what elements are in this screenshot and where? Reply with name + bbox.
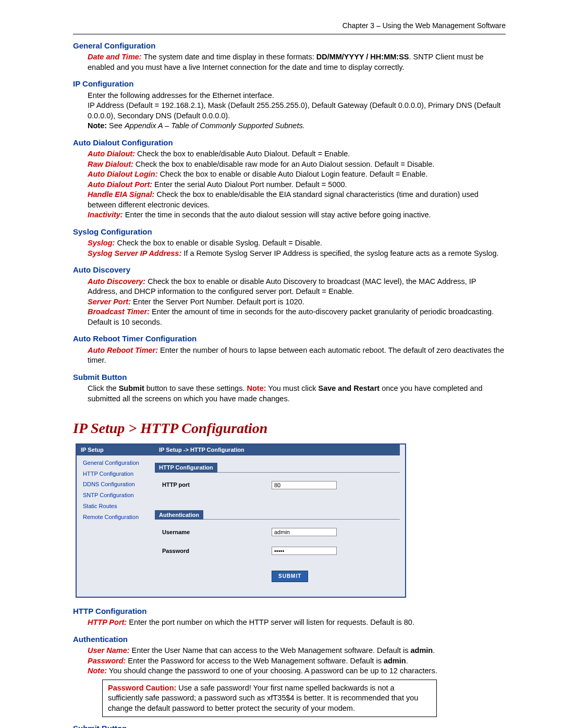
autodial-r6-text: Enter the time in seconds that the auto …	[123, 211, 431, 219]
submit1-b: button to save these settings.	[144, 384, 247, 392]
password-input[interactable]	[272, 547, 337, 555]
datetime-term: Date and Time:	[88, 53, 142, 61]
section-submit-1: Submit Button	[73, 372, 506, 382]
auth-r3-term: Note:	[88, 667, 107, 675]
auth-r1: User Name: Enter the User Name that can …	[88, 646, 506, 656]
http-port-input[interactable]	[272, 481, 337, 489]
syslog-r1-term: Syslog:	[88, 239, 115, 247]
auth-r1-term: User Name:	[88, 646, 130, 655]
autodisc-r3: Broadcast Timer: Enter the amount of tim…	[88, 307, 506, 327]
breadcrumb: IP Setup -> HTTP Configuration	[155, 445, 400, 455]
autodial-r2-text: Check the box to enable/disable raw mode…	[133, 160, 435, 168]
auth-r2: Password: Enter the Password for access …	[88, 656, 506, 667]
reboot-r1-term: Auto Reboot Timer:	[88, 346, 158, 354]
autodisc-r1-term: Auto Discovery:	[88, 277, 145, 286]
group-authentication: Authentication	[155, 510, 203, 520]
autodial-r1: Auto Dialout: Check the box to enable/di…	[88, 149, 506, 159]
auth-r2-bold: admin	[384, 657, 406, 665]
submit1-b2: Save and Restart	[318, 384, 380, 392]
ipconf-note-italic: Appendix A – Table of Commonly Supported…	[125, 121, 305, 130]
autodial-r2: Raw Dialout: Check the box to enable/dis…	[88, 159, 506, 170]
syslog-r2-term: Syslog Server IP Address:	[88, 249, 181, 257]
autodial-r1-term: Auto Dialout:	[88, 150, 135, 158]
datetime-text-a: The system date and time display in thes…	[142, 53, 316, 61]
datetime-format: DD/MM/YYYY / HH:MM:SS	[316, 53, 409, 61]
section-auto-reboot: Auto Reboot Timer Configuration	[73, 334, 506, 344]
httpconf-r1: HTTP Port: Enter the port number on whic…	[88, 618, 506, 628]
ipconf-note: Note: See Appendix A – Table of Commonly…	[88, 121, 506, 131]
autodisc-r2: Server Port: Enter the Server Port Numbe…	[88, 297, 506, 307]
nav-item-remote-config[interactable]: Remote Configuration	[83, 512, 155, 523]
nav-item-static-routes[interactable]: Static Routes	[83, 501, 155, 512]
submit1-c: You must click	[266, 384, 319, 392]
screenshot-http-config: IP Setup General Configuration HTTP Conf…	[76, 443, 406, 598]
autodisc-r1: Auto Discovery: Check the box to enable …	[88, 277, 506, 297]
page-header: Chapter 3 – Using the Web Management Sof…	[73, 21, 506, 31]
auth-r1-bold: admin	[411, 646, 433, 655]
syslog-r1: Syslog: Check the box to enable or disab…	[88, 238, 506, 249]
syslog-r1-text: Check the box to enable or disable Syslo…	[115, 239, 322, 247]
auth-r2-dot: .	[406, 657, 408, 665]
submit1-note: Note:	[247, 384, 266, 392]
syslog-r2-text: If a Remote Syslog Server IP Address is …	[181, 249, 498, 257]
password-caution-box: Password Caution: Use a safe password! Y…	[102, 680, 437, 718]
autodial-r3-term: Auto Dialout Login:	[88, 170, 158, 178]
autodisc-r1-text: Check the box to enable or disable Auto …	[88, 277, 476, 296]
autodial-r5-term: Handle EIA Signal:	[88, 190, 154, 199]
username-label: Username	[162, 528, 272, 536]
auth-r2-term: Password:	[88, 657, 126, 665]
ipconf-p1: Enter the following addresses for the Et…	[88, 91, 506, 101]
auth-r1-dot: .	[433, 646, 435, 655]
page-title-http-config: IP Setup > HTTP Configuration	[73, 418, 506, 438]
side-nav: IP Setup General Configuration HTTP Conf…	[77, 445, 155, 587]
nav-item-http[interactable]: HTTP Configuration	[83, 468, 155, 479]
section-auto-dialout: Auto Dialout Configuration	[73, 138, 506, 148]
autodial-r2-term: Raw Dialout:	[88, 160, 133, 168]
auth-r2-text: Enter the Password for access to the Web…	[126, 657, 384, 665]
ipconf-note-label: Note:	[88, 121, 107, 130]
httpconf-r1-term: HTTP Port:	[88, 618, 127, 626]
autodial-r4-text: Enter the serial Auto Dialout Port numbe…	[152, 180, 347, 189]
autodial-r6: Inactivity: Enter the time in seconds th…	[88, 210, 506, 220]
ipconf-p2: IP Address (Default = 192.168.2.1), Mask…	[88, 101, 506, 121]
main-pane: IP Setup -> HTTP Configuration HTTP Conf…	[155, 445, 405, 587]
syslog-r2: Syslog Server IP Address: If a Remote Sy…	[88, 249, 506, 259]
autodial-r4-term: Auto Dialout Port:	[88, 180, 152, 189]
nav-item-general[interactable]: General Configuration	[83, 458, 155, 468]
reboot-r1: Auto Reboot Timer: Enter the number of h…	[88, 346, 506, 366]
section-ip-config: IP Configuration	[73, 79, 506, 89]
autodisc-r2-term: Server Port:	[88, 298, 131, 306]
submit1-b1: Submit	[119, 384, 144, 392]
autodial-r5: Handle EIA Signal: Check the box to enab…	[88, 190, 506, 210]
section-general-config: General Configuration	[73, 41, 506, 51]
autodial-r1-text: Check the box to enable/disable Auto Dia…	[135, 150, 350, 158]
ipconf-note-text: See	[107, 121, 125, 130]
group-http-config: HTTP Configuration	[155, 463, 217, 473]
nav-item-ddns[interactable]: DDNS Configuration	[83, 479, 155, 490]
section-submit-2: Submit Button	[73, 723, 506, 728]
autodial-r6-term: Inactivity:	[88, 211, 123, 219]
submit1-body: Click the Submit button to save these se…	[88, 384, 506, 404]
section-auto-discovery: Auto Discovery	[73, 265, 506, 275]
auth-r1-text: Enter the User Name that can access to t…	[130, 646, 411, 655]
auth-r3-text: You should change the password to one of…	[107, 667, 437, 675]
http-port-label: HTTP port	[162, 481, 272, 489]
header-divider	[73, 34, 506, 34]
section-http-config: HTTP Configuration	[73, 606, 506, 616]
username-input[interactable]	[272, 528, 337, 536]
autodisc-r3-term: Broadcast Timer:	[88, 307, 150, 316]
section-syslog: Syslog Configuration	[73, 227, 506, 237]
httpconf-r1-text: Enter the port number on which the HTTP …	[127, 618, 414, 626]
section-authentication: Authentication	[73, 634, 506, 645]
autodial-r3: Auto Dialout Login: Check the box to ena…	[88, 169, 506, 180]
auth-r3: Note: You should change the password to …	[88, 666, 506, 676]
nav-item-sntp[interactable]: SNTP Configuration	[83, 490, 155, 501]
genconf-body: Date and Time: The system date and time …	[88, 52, 506, 72]
submit-button[interactable]: SUBMIT	[272, 571, 308, 582]
submit1-a: Click the	[88, 384, 119, 392]
caution-title: Password Caution:	[108, 684, 176, 692]
autodial-r4: Auto Dialout Port: Enter the serial Auto…	[88, 180, 506, 190]
autodisc-r2-text: Enter the Server Port Number. Default po…	[131, 298, 304, 306]
autodial-r3-text: Check the box to enable or disable Auto …	[158, 170, 428, 178]
password-label: Password	[162, 547, 272, 555]
